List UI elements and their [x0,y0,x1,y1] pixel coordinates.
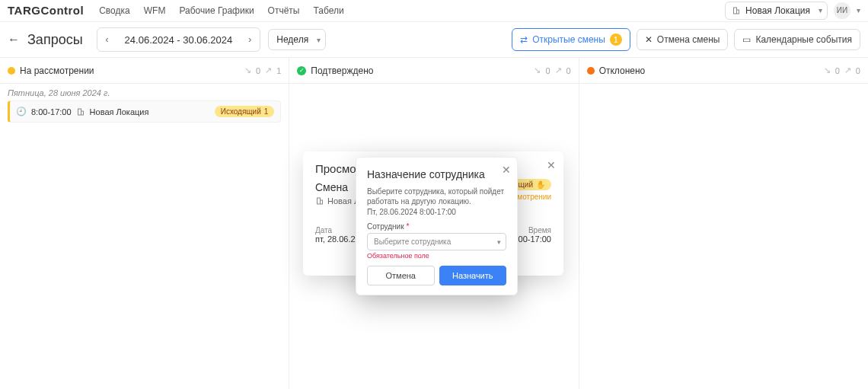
assign-button[interactable]: Назначить [439,266,507,285]
close-icon[interactable]: ✕ [502,164,511,176]
modal-datetime: Пт, 28.06.2024 8:00-17:00 [367,208,506,216]
employee-field-label: Сотрудник * [367,222,506,231]
chevron-down-icon: ▾ [497,238,501,246]
employee-select-placeholder: Выберите сотрудника [374,238,451,246]
modal-description: Выберите сотрудника, который пойдет рабо… [367,187,506,206]
cancel-button[interactable]: Отмена [367,266,435,285]
modal-title: Назначение сотрудника [367,168,506,180]
employee-select[interactable]: Выберите сотрудника ▾ [367,233,506,250]
field-error: Обязательное поле [367,252,506,260]
assign-employee-modal: ✕ Назначение сотрудника Выберите сотрудн… [356,157,518,295]
